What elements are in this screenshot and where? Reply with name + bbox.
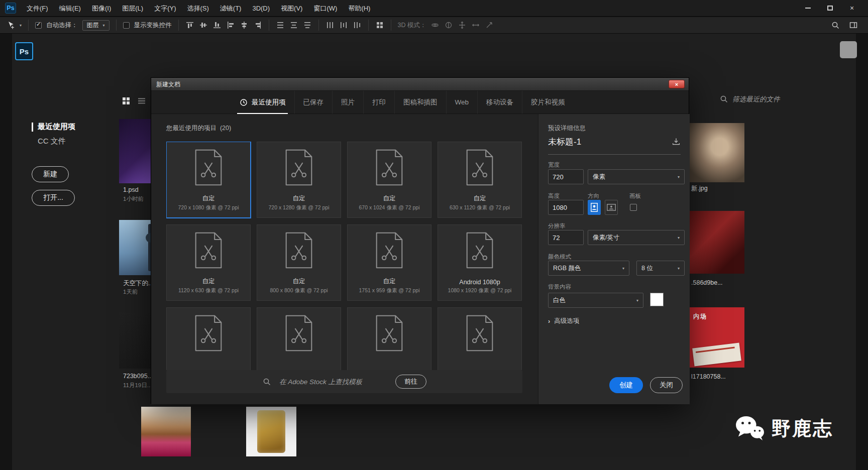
height-input[interactable] bbox=[548, 200, 584, 215]
background-dropdown[interactable]: 白色▾ bbox=[548, 293, 643, 308]
3d-slide-icon[interactable] bbox=[471, 21, 480, 30]
tab-recent[interactable]: 最近使用项 bbox=[231, 91, 294, 114]
sidebar-item-cc-files[interactable]: CC 文件 bbox=[38, 137, 66, 146]
new-file-button[interactable]: 新建 bbox=[32, 166, 69, 182]
dialog-title-bar[interactable]: 新建文档 bbox=[151, 78, 689, 91]
template-card[interactable]: 自定 630 x 1120 像素 @ 72 ppi bbox=[438, 142, 522, 218]
align-right-icon[interactable] bbox=[253, 21, 262, 30]
menu-item-select[interactable]: 选择(S) bbox=[181, 0, 214, 17]
template-card[interactable]: 自定 720 x 1280 像素 @ 72 ppi bbox=[257, 142, 341, 218]
file-thumbnail[interactable]: 内场 bbox=[689, 307, 744, 368]
template-card[interactable]: 自定 800 x 800 像素 @ 72 ppi bbox=[257, 224, 341, 301]
template-size: 630 x 1120 像素 @ 72 ppi bbox=[438, 204, 521, 211]
tab-art-illustration[interactable]: 图稿和插图 bbox=[394, 91, 446, 114]
width-unit-dropdown[interactable]: 像素▾ bbox=[588, 169, 685, 184]
color-mode-dropdown[interactable]: RGB 颜色▾ bbox=[548, 261, 629, 276]
file-name[interactable]: 723b095... bbox=[123, 373, 153, 380]
template-card[interactable]: 自定 670 x 1024 像素 @ 72 ppi bbox=[347, 142, 431, 218]
3d-roll-icon[interactable] bbox=[444, 21, 453, 30]
template-card[interactable] bbox=[166, 307, 251, 370]
file-thumbnail[interactable] bbox=[246, 407, 296, 456]
menu-item-image[interactable]: 图像(I) bbox=[86, 0, 117, 17]
orientation-portrait-button[interactable] bbox=[588, 200, 601, 215]
create-button[interactable]: 创建 bbox=[609, 377, 643, 393]
distribute-left-icon[interactable] bbox=[325, 21, 335, 30]
menu-item-view[interactable]: 视图(V) bbox=[275, 0, 308, 17]
file-name[interactable]: l17180758... bbox=[691, 373, 726, 380]
open-file-button[interactable]: 打开... bbox=[32, 190, 75, 206]
list-view-icon[interactable] bbox=[137, 96, 146, 105]
go-button[interactable]: 前往 bbox=[395, 375, 426, 389]
background-color-swatch[interactable] bbox=[650, 293, 664, 306]
menu-item-file[interactable]: 文件(F) bbox=[21, 0, 54, 17]
resolution-input[interactable] bbox=[548, 230, 584, 245]
align-left-icon[interactable] bbox=[226, 21, 235, 30]
menu-item-layer[interactable]: 图层(L) bbox=[117, 0, 149, 17]
align-hcenter-icon[interactable] bbox=[240, 21, 249, 30]
file-thumbnail[interactable] bbox=[689, 211, 744, 274]
file-name[interactable]: 1.psd bbox=[123, 186, 139, 193]
menu-item-window[interactable]: 窗口(W) bbox=[308, 0, 343, 17]
tab-saved[interactable]: 已保存 bbox=[294, 91, 333, 114]
distribute-top-icon[interactable] bbox=[276, 21, 285, 30]
align-top-icon[interactable] bbox=[185, 21, 194, 30]
advanced-options-toggle[interactable]: ›高级选项 bbox=[548, 317, 579, 325]
workspace-icon[interactable] bbox=[849, 21, 858, 30]
sidebar-item-recent[interactable]: 最近使用项 bbox=[32, 122, 75, 132]
move-tool-icon[interactable] bbox=[6, 21, 15, 30]
distribute-vcenter-icon[interactable] bbox=[289, 21, 298, 30]
align-vcenter-icon[interactable] bbox=[199, 21, 208, 30]
template-card[interactable]: 自定 1751 x 959 像素 @ 72 ppi bbox=[347, 224, 431, 301]
3d-drag-icon[interactable] bbox=[458, 21, 467, 30]
file-name[interactable]: .586d9be... bbox=[691, 279, 723, 286]
template-card[interactable] bbox=[347, 307, 431, 370]
grid-view-icon[interactable] bbox=[122, 96, 131, 105]
template-card[interactable] bbox=[438, 307, 522, 370]
template-card[interactable] bbox=[257, 307, 341, 370]
distribute-spacing-icon[interactable] bbox=[375, 21, 384, 30]
tab-web[interactable]: Web bbox=[446, 91, 478, 114]
maximize-button[interactable] bbox=[819, 0, 841, 17]
file-name[interactable]: 天空下的... bbox=[123, 279, 153, 288]
file-thumbnail[interactable] bbox=[141, 407, 191, 456]
distribute-hcenter-icon[interactable] bbox=[339, 21, 348, 30]
template-card[interactable]: Android 1080p 1080 x 1920 像素 @ 72 ppi bbox=[438, 224, 522, 301]
3d-rotate-icon[interactable] bbox=[430, 21, 440, 30]
distribute-right-icon[interactable] bbox=[353, 21, 362, 30]
close-window-button[interactable]: × bbox=[841, 0, 863, 17]
auto-select-target-dropdown[interactable]: 图层▾ bbox=[82, 20, 110, 31]
template-card[interactable]: 自定 720 x 1080 像素 @ 72 ppi bbox=[166, 142, 251, 218]
auto-select-checkbox[interactable] bbox=[35, 22, 42, 29]
show-transform-checkbox[interactable] bbox=[123, 22, 130, 29]
tab-print[interactable]: 打印 bbox=[363, 91, 394, 114]
template-card[interactable]: 自定 1120 x 630 像素 @ 72 ppi bbox=[166, 224, 251, 301]
search-icon[interactable] bbox=[831, 21, 840, 30]
tool-preset-chevron-icon[interactable]: ▾ bbox=[20, 23, 22, 28]
menu-item-filter[interactable]: 滤镜(T) bbox=[214, 0, 247, 17]
menu-item-edit[interactable]: 编辑(E) bbox=[54, 0, 86, 17]
3d-scale-icon[interactable] bbox=[485, 21, 494, 30]
stock-search-input[interactable] bbox=[279, 378, 387, 386]
align-bottom-icon[interactable] bbox=[212, 21, 222, 30]
orientation-landscape-button[interactable] bbox=[605, 200, 618, 215]
width-input[interactable] bbox=[548, 169, 584, 184]
save-preset-icon[interactable] bbox=[672, 137, 681, 146]
close-button[interactable]: 关闭 bbox=[650, 377, 683, 393]
menu-item-3d[interactable]: 3D(D) bbox=[247, 0, 275, 17]
resolution-unit-dropdown[interactable]: 像素/英寸▾ bbox=[588, 230, 685, 245]
tab-film-video[interactable]: 胶片和视频 bbox=[522, 91, 574, 114]
filter-recent-input[interactable] bbox=[732, 95, 808, 103]
menu-item-help[interactable]: 帮助(H) bbox=[343, 0, 376, 17]
document-name-field[interactable]: 未标题-1 bbox=[548, 136, 581, 148]
minimize-button[interactable] bbox=[797, 0, 819, 17]
file-thumbnail[interactable] bbox=[689, 123, 744, 182]
distribute-bottom-icon[interactable] bbox=[303, 21, 312, 30]
file-name[interactable]: 新.jpg bbox=[691, 184, 708, 193]
tab-mobile[interactable]: 移动设备 bbox=[477, 91, 522, 114]
artboard-checkbox[interactable] bbox=[630, 204, 637, 211]
menu-item-type[interactable]: 文字(Y) bbox=[149, 0, 181, 17]
dialog-close-button[interactable]: × bbox=[669, 80, 685, 88]
bit-depth-dropdown[interactable]: 8 位▾ bbox=[636, 261, 685, 276]
account-button[interactable] bbox=[840, 41, 857, 58]
tab-photo[interactable]: 照片 bbox=[332, 91, 363, 114]
